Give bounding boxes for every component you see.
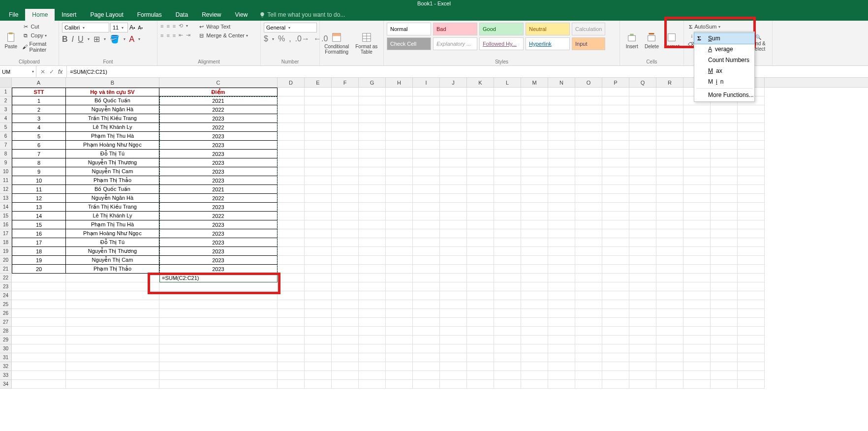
cell-I4[interactable]: [413, 114, 440, 123]
cell-F1[interactable]: [332, 88, 359, 96]
cell-I29[interactable]: [413, 336, 440, 344]
cell-N22[interactable]: [548, 274, 575, 282]
cell-S18[interactable]: [683, 238, 711, 247]
cell-J30[interactable]: [440, 344, 467, 353]
cell-I30[interactable]: [413, 344, 440, 353]
colhdr-E[interactable]: E: [305, 78, 332, 87]
cell-D9[interactable]: [278, 158, 305, 167]
style-check[interactable]: Check Cell: [387, 37, 431, 50]
cell-E23[interactable]: [305, 282, 332, 291]
cell-E14[interactable]: [305, 203, 332, 212]
cell-L17[interactable]: [494, 229, 521, 238]
cell-O23[interactable]: [575, 282, 602, 291]
cell-T3[interactable]: [711, 105, 738, 114]
cell-K25[interactable]: [467, 300, 494, 309]
cell-N9[interactable]: [548, 158, 575, 167]
conditional-formatting-button[interactable]: Conditional Formatting: [323, 23, 351, 63]
cell-H10[interactable]: [386, 167, 413, 176]
cell-T31[interactable]: [711, 353, 738, 362]
cell-U12[interactable]: [738, 185, 765, 194]
cell-J11[interactable]: [440, 176, 467, 185]
cell-U21[interactable]: [738, 265, 765, 274]
cell-U25[interactable]: [738, 300, 765, 309]
cell-L28[interactable]: [494, 327, 521, 336]
cell-K13[interactable]: [467, 194, 494, 203]
cell-Q14[interactable]: [629, 203, 656, 212]
cell-U20[interactable]: [738, 256, 765, 265]
cell-B28[interactable]: [66, 327, 159, 336]
select-all-corner[interactable]: [0, 78, 12, 87]
cell-O14[interactable]: [575, 203, 602, 212]
cell-F17[interactable]: [332, 229, 359, 238]
cell-G22[interactable]: [359, 274, 386, 282]
cell-I27[interactable]: [413, 318, 440, 327]
cell-S14[interactable]: [683, 203, 711, 212]
rowhdr-14[interactable]: 14: [0, 203, 12, 212]
grow-font-icon[interactable]: A▴: [129, 24, 136, 31]
cell-M22[interactable]: [521, 274, 548, 282]
cell-B22[interactable]: [66, 274, 159, 282]
cell-K34[interactable]: [467, 380, 494, 389]
cell-O29[interactable]: [575, 336, 602, 344]
rowhdr-18[interactable]: 18: [0, 238, 12, 247]
cell-I24[interactable]: [413, 291, 440, 300]
cell-O11[interactable]: [575, 176, 602, 185]
cell-R7[interactable]: [656, 141, 683, 150]
cell-C5[interactable]: 2022: [159, 123, 278, 132]
cell-C11[interactable]: 2023: [159, 176, 278, 185]
cell-P4[interactable]: [602, 114, 629, 123]
cell-C27[interactable]: [159, 318, 278, 327]
cell-L27[interactable]: [494, 318, 521, 327]
cell-C17[interactable]: 2023: [159, 229, 278, 238]
cell-Q28[interactable]: [629, 327, 656, 336]
cell-O12[interactable]: [575, 185, 602, 194]
cell-E10[interactable]: [305, 167, 332, 176]
cell-K16[interactable]: [467, 220, 494, 229]
cell-M6[interactable]: [521, 132, 548, 141]
cell-D20[interactable]: [278, 256, 305, 265]
cell-G5[interactable]: [359, 123, 386, 132]
cell-L14[interactable]: [494, 203, 521, 212]
cell-L15[interactable]: [494, 212, 521, 220]
cell-U13[interactable]: [738, 194, 765, 203]
cell-A29[interactable]: [12, 336, 66, 344]
cell-J34[interactable]: [440, 380, 467, 389]
cell-O33[interactable]: [575, 371, 602, 380]
cell-H3[interactable]: [386, 105, 413, 114]
cell-A17[interactable]: 16: [12, 229, 66, 238]
cell-N8[interactable]: [548, 150, 575, 158]
cell-J31[interactable]: [440, 353, 467, 362]
cell-B2[interactable]: Bồ Quốc Tuấn: [66, 96, 159, 105]
cell-K5[interactable]: [467, 123, 494, 132]
cell-P12[interactable]: [602, 185, 629, 194]
cell-N19[interactable]: [548, 247, 575, 256]
cell-K10[interactable]: [467, 167, 494, 176]
colhdr-Q[interactable]: Q: [629, 78, 656, 87]
cell-I5[interactable]: [413, 123, 440, 132]
cell-U4[interactable]: [738, 114, 765, 123]
cell-B15[interactable]: Lê Thị Khánh Ly: [66, 212, 159, 220]
cell-D6[interactable]: [278, 132, 305, 141]
cell-R28[interactable]: [656, 327, 683, 336]
cell-E21[interactable]: [305, 265, 332, 274]
cell-D18[interactable]: [278, 238, 305, 247]
cell-Q12[interactable]: [629, 185, 656, 194]
cell-L6[interactable]: [494, 132, 521, 141]
cell-R33[interactable]: [656, 371, 683, 380]
cell-K33[interactable]: [467, 371, 494, 380]
cell-L18[interactable]: [494, 238, 521, 247]
cell-N5[interactable]: [548, 123, 575, 132]
cell-Q26[interactable]: [629, 309, 656, 318]
cell-R12[interactable]: [656, 185, 683, 194]
cell-K15[interactable]: [467, 212, 494, 220]
cell-D23[interactable]: [278, 282, 305, 291]
cell-T18[interactable]: [711, 238, 738, 247]
comma-icon[interactable]: ,: [289, 34, 291, 43]
cell-A8[interactable]: 7: [12, 150, 66, 158]
cell-O32[interactable]: [575, 362, 602, 371]
cell-T11[interactable]: [711, 176, 738, 185]
cell-C6[interactable]: 2023: [159, 132, 278, 141]
cell-R5[interactable]: [656, 123, 683, 132]
cell-L25[interactable]: [494, 300, 521, 309]
cell-T28[interactable]: [711, 327, 738, 336]
